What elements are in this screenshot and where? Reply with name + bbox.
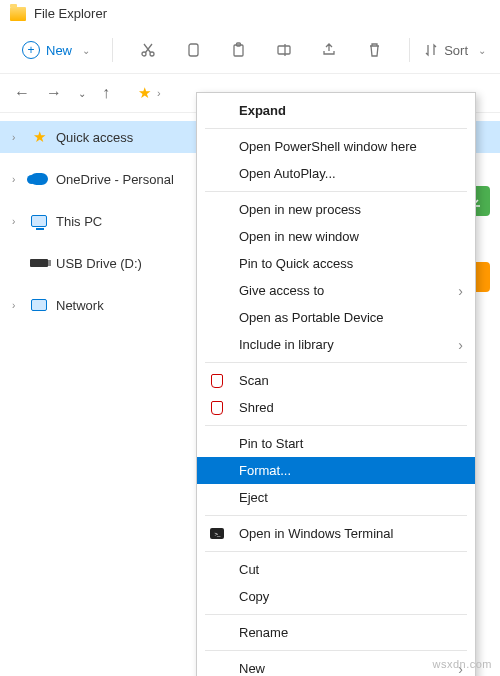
expander-icon[interactable]: › [12, 132, 22, 143]
menu-separator [205, 362, 467, 363]
menu-item-open-powershell[interactable]: Open PowerShell window here [197, 133, 475, 160]
tree-item-label: OneDrive - Personal [56, 172, 174, 187]
menu-separator [205, 515, 467, 516]
folder-icon [10, 7, 26, 21]
address-bar[interactable]: ★ › [138, 84, 161, 102]
shield-icon [209, 373, 225, 389]
forward-button[interactable]: → [46, 84, 62, 102]
cut-icon[interactable] [139, 40, 156, 60]
menu-item-include-library[interactable]: Include in library [197, 331, 475, 358]
menu-item-open-new-window[interactable]: Open in new window [197, 223, 475, 250]
new-button[interactable]: + New ⌄ [14, 35, 98, 65]
history-dropdown[interactable]: ⌄ [78, 88, 86, 99]
menu-item-open-terminal[interactable]: Open in Windows Terminal [197, 520, 475, 547]
shield-icon [209, 400, 225, 416]
sort-button[interactable]: Sort ⌄ [424, 43, 486, 58]
svg-point-1 [150, 52, 154, 56]
expander-icon[interactable]: › [12, 216, 22, 227]
svg-rect-2 [189, 44, 198, 56]
menu-item-copy[interactable]: Copy [197, 583, 475, 610]
tree-item-label: USB Drive (D:) [56, 256, 142, 271]
divider [112, 38, 113, 62]
star-icon: ★ [138, 84, 151, 102]
pc-icon [31, 215, 47, 227]
divider [409, 38, 410, 62]
copy-icon[interactable] [184, 40, 201, 60]
expander-icon[interactable]: › [12, 300, 22, 311]
menu-item-open-new-process[interactable]: Open in new process [197, 196, 475, 223]
tree-item-label: Network [56, 298, 104, 313]
paste-icon[interactable] [230, 40, 247, 60]
tree-item-label: Quick access [56, 130, 133, 145]
menu-item-open-portable[interactable]: Open as Portable Device [197, 304, 475, 331]
sort-icon [424, 43, 438, 57]
chevron-down-icon: ⌄ [82, 45, 90, 56]
menu-separator [205, 128, 467, 129]
menu-item-open-autoplay[interactable]: Open AutoPlay... [197, 160, 475, 187]
svg-rect-5 [278, 46, 290, 54]
watermark: wsxdn.com [432, 658, 492, 670]
menu-separator [205, 191, 467, 192]
back-button[interactable]: ← [14, 84, 30, 102]
menu-item-format[interactable]: Format... [197, 457, 475, 484]
chevron-down-icon: ⌄ [478, 45, 486, 56]
network-icon [31, 299, 47, 311]
window-title: File Explorer [34, 6, 107, 21]
tree-item-label: This PC [56, 214, 102, 229]
menu-item-shred[interactable]: Shred [197, 394, 475, 421]
menu-separator [205, 551, 467, 552]
command-bar: + New ⌄ Sort ⌄ [0, 27, 500, 74]
menu-item-give-access[interactable]: Give access to [197, 277, 475, 304]
svg-rect-3 [234, 45, 243, 56]
up-button[interactable]: ↑ [102, 84, 110, 102]
sort-button-label: Sort [444, 43, 468, 58]
menu-item-scan[interactable]: Scan [197, 367, 475, 394]
rename-icon[interactable] [275, 40, 292, 60]
title-bar: File Explorer [0, 0, 500, 27]
new-button-label: New [46, 43, 72, 58]
menu-item-pin-start[interactable]: Pin to Start [197, 430, 475, 457]
delete-icon[interactable] [366, 40, 383, 60]
menu-separator [205, 650, 467, 651]
context-menu: Expand Open PowerShell window here Open … [196, 92, 476, 676]
menu-separator [205, 614, 467, 615]
star-icon: ★ [30, 129, 48, 145]
terminal-icon [209, 526, 225, 542]
expander-icon[interactable]: › [12, 174, 22, 185]
menu-item-eject[interactable]: Eject [197, 484, 475, 511]
menu-item-pin-quick-access[interactable]: Pin to Quick access [197, 250, 475, 277]
share-icon[interactable] [321, 40, 338, 60]
menu-item-rename[interactable]: Rename [197, 619, 475, 646]
usb-icon [30, 259, 48, 267]
svg-point-0 [142, 52, 146, 56]
plus-icon: + [22, 41, 40, 59]
chevron-right-icon: › [157, 87, 161, 99]
onedrive-icon [30, 173, 48, 185]
menu-separator [205, 425, 467, 426]
menu-item-cut[interactable]: Cut [197, 556, 475, 583]
menu-item-expand[interactable]: Expand [197, 97, 475, 124]
